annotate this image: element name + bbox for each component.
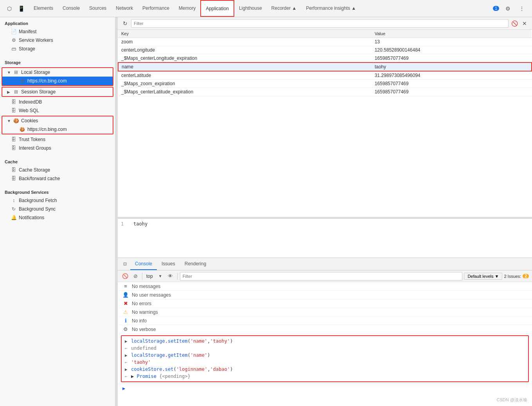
table-row[interactable]: zoom13 <box>118 38 532 46</box>
sidebar-background-fetch[interactable]: ↕ Background Fetch <box>0 196 115 205</box>
sidebar-local-storage-bing[interactable]: ⊞ https://cn.bing.com <box>2 77 113 85</box>
tab-right-area: 1 ⚙ ⋮ <box>493 3 530 14</box>
preview-value: taohy <box>133 221 147 227</box>
background-sync-icon: ↻ <box>11 206 16 212</box>
filter-input[interactable] <box>131 19 509 28</box>
preview-line-number: 1 <box>121 221 129 227</box>
local-storage-url-icon: ⊞ <box>20 79 25 84</box>
tab-console[interactable]: Console <box>58 0 84 17</box>
service-workers-icon: ⚙ <box>11 38 16 43</box>
tab-recorder[interactable]: Recorder ▲ <box>267 0 302 17</box>
filter-no-entry-button[interactable]: 🚫 <box>510 19 519 28</box>
code-taohy: 'taohy' <box>131 359 151 365</box>
tab-rendering-bottom[interactable]: Rendering <box>180 258 211 270</box>
cookies-group: ▼ 🍪 Cookies 🍪 https://cn.bing.com <box>2 116 113 134</box>
table-cell-key: zoom <box>118 38 372 46</box>
inspect-icon[interactable]: ⬡ <box>4 3 15 14</box>
tab-sources[interactable]: Sources <box>84 0 111 17</box>
table-cell-value: 1659857077469 <box>372 88 532 96</box>
sidebar-section-background: Background Services <box>0 186 115 196</box>
sidebar-item-storage[interactable]: 🗃 Storage <box>0 45 115 53</box>
table-row[interactable]: _$Maps_centerLongitude_expiration1659857… <box>118 54 532 63</box>
no-warnings-icon: ⚠ <box>122 309 129 315</box>
console-dock-icon[interactable]: ⊡ <box>119 259 130 270</box>
console-clear-button[interactable]: 🚫 <box>121 272 129 281</box>
devtools-tabs: Elements Console Sources Network Perform… <box>29 0 493 17</box>
table-cell-value: 13 <box>372 38 532 46</box>
code-promise: ▶ Promise {<pending>} <box>131 374 191 379</box>
sidebar-back-forward-cache[interactable]: 🗄 Back/forward cache <box>0 174 115 183</box>
console-no-messages: ≡ No messages <box>118 282 532 291</box>
sidebar-session-storage-expand[interactable]: ▶ ⊞ Session Storage <box>2 88 113 96</box>
table-row[interactable]: centerLatitude31.298973085496094 <box>118 71 532 80</box>
no-messages-text: No messages <box>132 284 160 289</box>
trust-tokens-icon: 🗄 <box>11 137 16 142</box>
issues-label: 2 Issues: <box>504 274 521 279</box>
manifest-icon: 📄 <box>11 29 16 34</box>
filter-refresh-button[interactable]: ↻ <box>121 19 129 28</box>
console-eye-button[interactable]: 👁 <box>166 272 175 281</box>
more-options-icon[interactable]: ⋮ <box>516 3 527 14</box>
tab-console-bottom[interactable]: Console <box>130 258 157 270</box>
sidebar-section-application: Application <box>0 17 115 27</box>
sidebar-interest-groups[interactable]: 🗄 Interest Groups <box>0 144 115 152</box>
table-cell-key: _$Maps_centerLatitude_expiration <box>118 88 372 96</box>
table-cell-value: taohy <box>372 63 532 71</box>
sidebar-cookies-expand[interactable]: ▼ 🍪 Cookies <box>2 116 113 125</box>
code-cookie-set: set <box>165 367 174 372</box>
tab-performance[interactable]: Performance <box>138 0 174 17</box>
device-icon[interactable]: 📱 <box>16 3 27 14</box>
table-row[interactable]: nametaohy <box>118 63 532 71</box>
tab-issues-bottom[interactable]: Issues <box>157 258 180 270</box>
sidebar-section-storage: Storage <box>0 56 115 66</box>
table-row[interactable]: _$Maps_centerLatitude_expiration16598570… <box>118 88 532 96</box>
code-arrow-3: ▶ <box>125 353 129 358</box>
default-levels-button[interactable]: Default levels ▼ <box>464 273 502 280</box>
table-cell-value: 31.298973085496094 <box>372 71 532 80</box>
devtools-toolbar: ⬡ 📱 Elements Console Sources Network Per… <box>0 0 532 17</box>
context-dropdown-icon[interactable]: ▼ <box>156 272 165 281</box>
sidebar-local-storage-expand[interactable]: ▼ ⊞ Local Storage <box>2 68 113 77</box>
column-key: Key <box>118 30 372 38</box>
filter-clear-button[interactable]: ✕ <box>520 19 529 28</box>
sidebar: Application 📄 Manifest ⚙ Service Workers… <box>0 17 115 406</box>
tab-memory[interactable]: Memory <box>174 0 200 17</box>
no-verbose-icon: ⚙ <box>122 326 129 332</box>
tab-performance-insights[interactable]: Performance insights ▲ <box>301 0 361 17</box>
issues-badge: 2 Issues: 2 <box>504 274 529 279</box>
table-row[interactable]: _$Maps_zoom_expiration1659857077469 <box>118 80 532 88</box>
console-body: ≡ No messages 👤 No user messages ✖ No er… <box>118 282 532 406</box>
tab-application[interactable]: Application <box>200 0 234 17</box>
cookies-arrow-icon: ▼ <box>7 119 11 123</box>
tab-lighthouse[interactable]: Lighthouse <box>234 0 267 17</box>
sidebar-background-sync[interactable]: ↻ Background Sync <box>0 205 115 213</box>
arrow-right-icon: ▶ <box>7 90 11 94</box>
table-cell-value: 120.58528900146484 <box>372 46 532 54</box>
tab-elements[interactable]: Elements <box>29 0 58 17</box>
sidebar-websql[interactable]: 🗄 Web SQL <box>0 106 115 115</box>
filter-bar: ↻ 🚫 ✕ <box>118 17 532 30</box>
sidebar-section-cache: Cache <box>0 156 115 166</box>
table-row[interactable]: centerLongitude120.58528900146484 <box>118 46 532 54</box>
console-prompt[interactable]: ▶ <box>118 384 532 393</box>
sidebar-item-service-workers[interactable]: ⚙ Service Workers <box>0 36 115 45</box>
sidebar-item-manifest[interactable]: 📄 Manifest <box>0 27 115 36</box>
tab-network[interactable]: Network <box>111 0 138 17</box>
settings-icon[interactable]: ⚙ <box>502 3 513 14</box>
console-filter-input[interactable] <box>180 272 463 281</box>
code-arrow-6: ← <box>125 374 129 379</box>
console-no-info: ℹ No info <box>118 317 532 325</box>
sidebar-cookies-bing[interactable]: 🍪 https://cn.bing.com <box>2 125 113 134</box>
code-text-1: localStorage.setItem('name','taohy') <box>131 338 233 344</box>
value-preview: 1 taohy <box>118 218 532 258</box>
sidebar-indexeddb[interactable]: 🗄 IndexedDB <box>0 98 115 106</box>
code-cookie-store: cookieStore <box>131 367 162 372</box>
notifications-icon: 🔔 <box>11 215 16 220</box>
console-tabs-bar: ⊡ Console Issues Rendering <box>118 258 532 270</box>
console-code-block: ▶ localStorage.setItem('name','taohy') ←… <box>121 335 529 382</box>
code-line-1: ▶ localStorage.setItem('name','taohy') <box>125 338 525 345</box>
console-pause-button[interactable]: ⊘ <box>131 272 140 281</box>
sidebar-notifications[interactable]: 🔔 Notifications <box>0 213 115 222</box>
sidebar-cache-storage[interactable]: 🗄 Cache Storage <box>0 166 115 174</box>
sidebar-trust-tokens[interactable]: 🗄 Trust Tokens <box>0 135 115 144</box>
